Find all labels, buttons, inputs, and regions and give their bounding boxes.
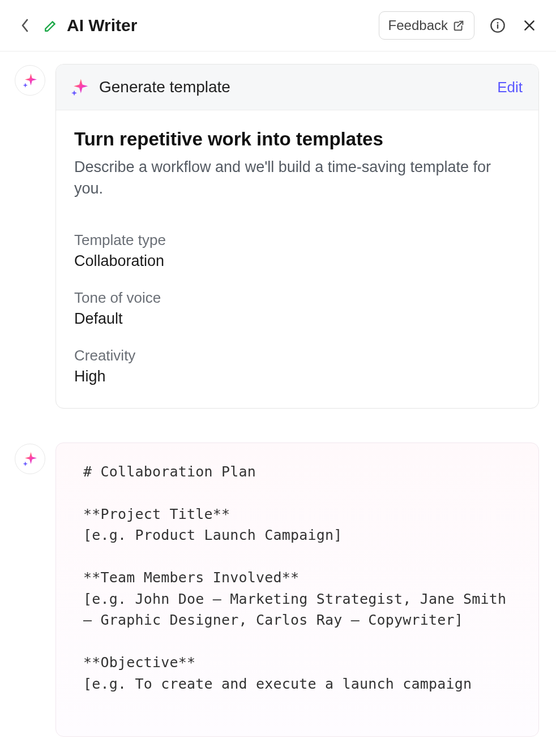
- card-header: Generate template Edit: [56, 65, 538, 110]
- external-link-icon: [452, 19, 465, 32]
- sparkle-icon: [22, 450, 39, 467]
- field-label: Template type: [74, 231, 520, 249]
- output-card: # Collaboration Plan **Project Title** […: [55, 443, 539, 737]
- svg-point-3: [497, 22, 499, 24]
- edit-button[interactable]: Edit: [497, 79, 523, 96]
- info-icon: [490, 18, 506, 33]
- content-area: Generate template Edit Turn repetitive w…: [0, 51, 556, 756]
- generate-template-card: Generate template Edit Turn repetitive w…: [55, 64, 539, 409]
- field-template-type: Template type Collaboration: [74, 231, 520, 270]
- field-label: Creativity: [74, 347, 520, 364]
- page-title: AI Writer: [67, 16, 369, 35]
- field-creativity: Creativity High: [74, 347, 520, 385]
- field-value: Collaboration: [74, 252, 520, 270]
- feedback-label: Feedback: [388, 18, 448, 33]
- field-label: Tone of voice: [74, 289, 520, 307]
- sparkle-icon: [70, 77, 90, 97]
- chevron-left-icon: [20, 18, 29, 33]
- ai-avatar: [15, 444, 45, 474]
- sparkle-icon: [22, 72, 39, 89]
- card-body: Turn repetitive work into templates Desc…: [56, 110, 538, 408]
- field-tone: Tone of voice Default: [74, 289, 520, 328]
- back-button[interactable]: [17, 18, 33, 33]
- hero-title: Turn repetitive work into templates: [74, 128, 520, 150]
- field-value: High: [74, 368, 520, 385]
- close-button[interactable]: [520, 16, 539, 35]
- close-icon: [522, 18, 537, 33]
- output-row: # Collaboration Plan **Project Title** […: [15, 443, 539, 737]
- pencil-icon: [43, 18, 59, 33]
- hero-subtitle: Describe a workflow and we'll build a ti…: [74, 157, 520, 200]
- feedback-button[interactable]: Feedback: [379, 11, 474, 40]
- header: AI Writer Feedback: [0, 0, 556, 51]
- ai-avatar: [15, 65, 45, 96]
- info-button[interactable]: [488, 16, 507, 35]
- card-title: Generate template: [99, 78, 497, 96]
- generated-template-text: # Collaboration Plan **Project Title** […: [83, 461, 516, 695]
- field-value: Default: [74, 310, 520, 328]
- prompt-row: Generate template Edit Turn repetitive w…: [15, 64, 539, 409]
